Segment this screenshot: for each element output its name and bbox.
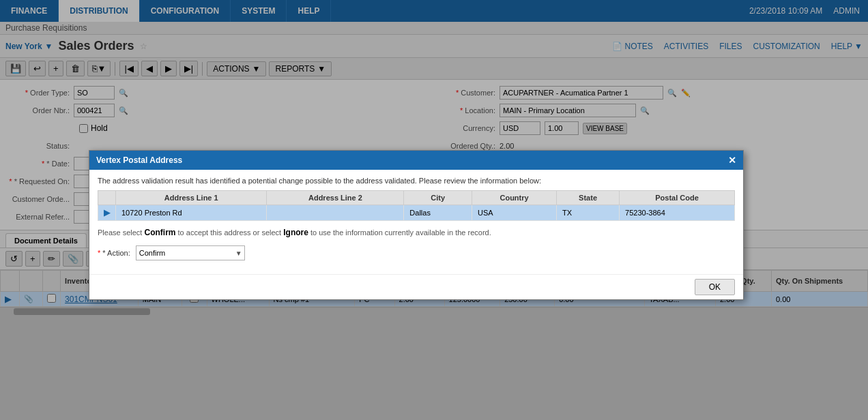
modal-row-country: USA [472,205,557,221]
action-select-wrapper: Confirm Ignore ▼ [136,245,245,260]
modal-row-postal: 75230-3864 [620,205,735,221]
modal-table-row[interactable]: ▶ 10720 Preston Rd Dallas USA TX 75230-3… [98,205,735,221]
modal-overlay: Vertex Postal Address ✕ The address vali… [0,0,868,420]
modal-row-addr1: 10720 Preston Rd [116,205,267,221]
ignore-text: Ignore [283,228,308,237]
modal-col-addr2: Address Line 2 [267,191,404,205]
modal-row-state: TX [557,205,620,221]
action-select[interactable]: Confirm Ignore [136,245,245,260]
action-label: * Action: [98,249,130,257]
modal-row-addr2 [267,205,404,221]
modal-close-button[interactable]: ✕ [728,155,736,166]
modal-notice: Please select Confirm to accept this add… [98,228,735,237]
ok-button[interactable]: OK [695,279,735,295]
modal-header: Vertex Postal Address ✕ [89,151,743,170]
modal-col-arrow [98,191,116,205]
modal-col-city: City [404,191,472,205]
modal-address-table: Address Line 1 Address Line 2 City Count… [98,190,735,221]
modal-title: Vertex Postal Address [96,155,182,165]
modal-footer: OK [89,274,743,299]
modal-col-state: State [557,191,620,205]
confirm-text: Confirm [144,228,175,237]
modal-body: The address validation result has identi… [89,170,743,274]
modal-description: The address validation result has identi… [98,177,735,185]
modal-col-postal: Postal Code [620,191,735,205]
vertex-postal-address-modal: Vertex Postal Address ✕ The address vali… [89,150,744,300]
modal-row-city: Dallas [404,205,472,221]
modal-action-row: * Action: Confirm Ignore ▼ [98,245,735,260]
modal-col-addr1: Address Line 1 [116,191,267,205]
modal-row-arrow: ▶ [98,205,116,221]
modal-col-country: Country [472,191,557,205]
